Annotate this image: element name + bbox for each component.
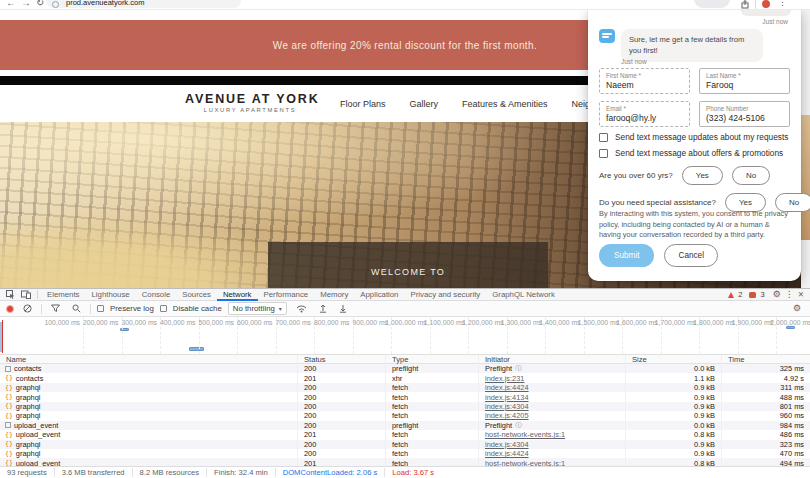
preserve-log-checkbox[interactable] xyxy=(97,305,104,312)
column-header-initiator[interactable]: Initiator xyxy=(478,355,625,364)
ruler-tick-label: 100,000 ms xyxy=(44,319,80,326)
network-request-row[interactable]: contacts200preflightPreflightⓘ0.0 kB325 … xyxy=(0,364,810,373)
url-text: prod.avenueatyork.com xyxy=(66,0,144,7)
tab-elements[interactable]: Elements xyxy=(41,289,86,301)
network-summary-bar: 93 requests3.6 MB transferred8.2 MB reso… xyxy=(0,466,810,478)
preserve-log-label[interactable]: Preserve log xyxy=(110,304,154,313)
network-request-row[interactable]: {}graphql200fetchindex.js:42050.9 kB960 … xyxy=(0,411,810,420)
request-status: 200 xyxy=(297,392,385,401)
request-size: 0.9 kB xyxy=(625,440,721,449)
devtools-settings-gear-icon[interactable]: ⚙ xyxy=(773,290,781,299)
last-name-field[interactable]: Last Name *Farooq xyxy=(699,68,790,94)
request-type: fetch xyxy=(385,383,478,392)
tab-privacy-and-security[interactable]: Privacy and security xyxy=(404,289,486,301)
clear-network-log-icon[interactable] xyxy=(23,304,32,313)
phone-number-field[interactable]: Phone Number(323) 424-5106 xyxy=(699,101,790,127)
request-time: 311 ms xyxy=(721,383,810,392)
network-request-row[interactable]: {}graphql200fetchindex.js:44240.9 kB311 … xyxy=(0,383,810,392)
page-scrollbar[interactable] xyxy=(801,10,810,288)
nav-item-features-amenities[interactable]: Features & Amenities xyxy=(462,99,548,109)
devtools-more-options-icon[interactable]: ⋮ xyxy=(785,290,794,299)
errors-warning-icon[interactable] xyxy=(728,292,734,298)
tab-memory[interactable]: Memory xyxy=(314,289,354,301)
nav-item-gallery[interactable]: Gallery xyxy=(410,99,439,109)
initiator-link[interactable]: index.js:231 xyxy=(485,374,524,383)
column-header-status[interactable]: Status xyxy=(297,355,385,364)
browser-menu-icon[interactable]: ⋮ xyxy=(778,0,787,7)
network-request-row[interactable]: {}upload_event201fetchhost-network-event… xyxy=(0,430,810,439)
send-text-message-updates-about-my-requests-checkbox[interactable] xyxy=(599,133,608,142)
column-header-size[interactable]: Size xyxy=(625,355,721,364)
network-request-row[interactable]: upload_event200preflightPreflightⓘ0.0 kB… xyxy=(0,421,810,430)
site-logo[interactable]: AVENUE AT YORK LUXURY APARTMENTS xyxy=(185,92,315,113)
network-table-header: NameStatusTypeInitiatorSizeTime xyxy=(0,355,810,364)
initiator-link[interactable]: index.js:4205 xyxy=(485,411,529,420)
are-you-over-60-yrs-yes-button[interactable]: Yes xyxy=(682,166,723,185)
column-header-time[interactable]: Time xyxy=(721,355,810,364)
back-icon[interactable]: ← xyxy=(6,0,16,8)
tab-sources[interactable]: Sources xyxy=(176,289,217,301)
record-network-log-button[interactable] xyxy=(6,305,14,313)
throttling-select[interactable]: No throttling ▾ xyxy=(228,302,287,315)
tab-console[interactable]: Console xyxy=(136,289,177,301)
column-header-type[interactable]: Type xyxy=(385,355,478,364)
network-request-row[interactable]: {}contacts201xhrindex.js:2311.1 kB4.92 s xyxy=(0,373,810,382)
forward-icon[interactable]: → xyxy=(21,0,31,8)
tab-application[interactable]: Application xyxy=(354,289,404,301)
initiator-link[interactable]: index.js:4304 xyxy=(485,402,529,411)
profile-avatar[interactable] xyxy=(762,0,770,8)
chat-actions: Submit Cancel xyxy=(599,244,718,267)
tab-lighthouse[interactable]: Lighthouse xyxy=(86,289,136,301)
tab-network[interactable]: Network xyxy=(217,289,258,301)
cancel-button[interactable]: Cancel xyxy=(664,244,718,267)
initiator-link[interactable]: index.js:4304 xyxy=(485,440,529,449)
inspect-element-icon[interactable] xyxy=(6,290,15,299)
bot-message-row: Sure, let me get a few details from you … xyxy=(599,29,763,62)
reload-icon[interactable]: ↻ xyxy=(36,0,44,8)
browser-toolbar: ← → ↻ prod.avenueatyork.com ⋮ xyxy=(0,0,810,10)
are-you-over-60-yrs-no-button[interactable]: No xyxy=(732,166,770,185)
json-icon: {} xyxy=(5,393,13,401)
ruler-tick-label: 800,000 ms xyxy=(314,319,350,326)
initiator-link[interactable]: host-network-events.js:1 xyxy=(485,430,565,439)
browser-tab-remnant[interactable] xyxy=(694,0,730,8)
issue-count[interactable]: 3 xyxy=(760,290,764,299)
address-bar[interactable]: prod.avenueatyork.com xyxy=(46,0,241,8)
nav-item-floor-plans[interactable]: Floor Plans xyxy=(340,99,386,109)
initiator-link[interactable]: index.js:4134 xyxy=(485,393,529,402)
disable-cache-checkbox[interactable] xyxy=(160,305,167,312)
network-request-row[interactable]: {}graphql200fetchindex.js:44240.9 kB470 … xyxy=(0,449,810,458)
question-row: Are you over 60 yrs?YesNo xyxy=(599,166,794,185)
network-conditions-icon[interactable] xyxy=(296,304,307,313)
initiator-link[interactable]: index.js:4424 xyxy=(485,449,529,458)
tab-performance[interactable]: Performance xyxy=(258,289,315,301)
chat-widget: Just now Sure, let me get a few details … xyxy=(588,10,801,281)
toolbar-divider xyxy=(41,304,42,314)
first-name-field[interactable]: First Name *Naeem xyxy=(599,68,690,94)
network-request-row[interactable]: {}graphql200fetchindex.js:41340.9 kB488 … xyxy=(0,392,810,401)
tab-graphql-network[interactable]: GraphQL Network xyxy=(486,289,561,301)
share-icon[interactable] xyxy=(741,0,749,9)
email-field[interactable]: Email *farooq@hy.ly xyxy=(599,101,690,127)
issues-icon[interactable] xyxy=(749,292,756,298)
devtools-close-icon[interactable]: ✕ xyxy=(798,291,804,299)
network-request-row[interactable]: {}graphql200fetchindex.js:43040.9 kB801 … xyxy=(0,402,810,411)
send-text-message-about-offers-promotions-checkbox[interactable] xyxy=(599,149,608,158)
info-icon: ⓘ xyxy=(515,364,522,373)
error-count[interactable]: 2 xyxy=(738,290,742,299)
preflight-icon xyxy=(5,422,11,428)
disable-cache-label[interactable]: Disable cache xyxy=(173,304,222,313)
column-header-name[interactable]: Name xyxy=(0,355,297,364)
export-har-icon[interactable] xyxy=(339,304,347,313)
request-time: 470 ms xyxy=(721,449,810,458)
import-har-icon[interactable] xyxy=(319,304,327,313)
device-toolbar-icon[interactable] xyxy=(21,290,31,299)
request-name: graphql xyxy=(16,383,41,392)
search-icon[interactable] xyxy=(72,304,81,313)
submit-button[interactable]: Submit xyxy=(599,244,654,267)
site-info-icon[interactable] xyxy=(52,1,59,8)
network-request-row[interactable]: {}graphql200fetchindex.js:43040.9 kB323 … xyxy=(0,440,810,449)
network-settings-gear-icon[interactable]: ⚙ xyxy=(793,304,801,313)
initiator-link[interactable]: index.js:4424 xyxy=(485,383,529,392)
filter-icon[interactable] xyxy=(51,304,60,313)
